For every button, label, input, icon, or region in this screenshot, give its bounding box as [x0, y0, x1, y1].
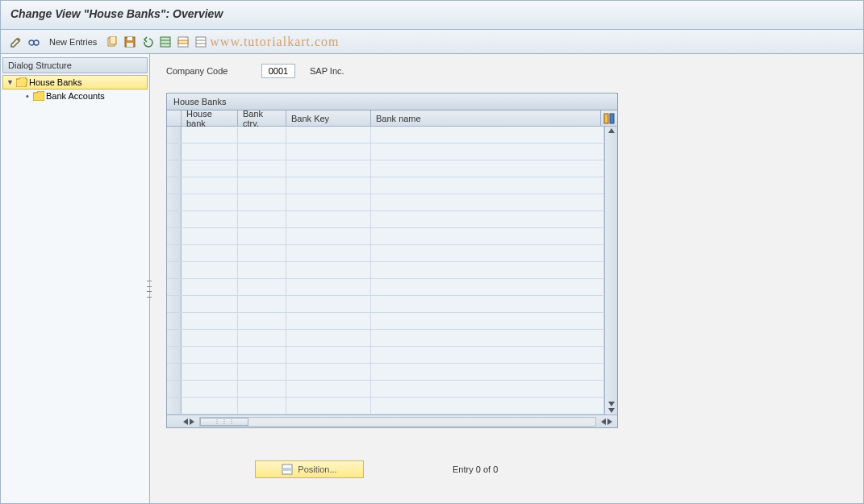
vertical-scrollbar[interactable] — [604, 127, 617, 414]
row-selector[interactable] — [167, 381, 182, 397]
table-row[interactable] — [167, 127, 604, 144]
row-selector[interactable] — [167, 347, 182, 363]
table-row[interactable] — [167, 364, 604, 381]
deselect-all-icon[interactable] — [194, 35, 208, 49]
tree-label: House Banks — [29, 77, 81, 87]
table-row[interactable] — [167, 144, 604, 160]
row-selector[interactable] — [167, 364, 182, 380]
row-selector[interactable] — [167, 177, 182, 194]
table-row[interactable] — [167, 347, 604, 364]
scroll-right-step-icon[interactable] — [190, 419, 194, 425]
table-config-button[interactable] — [601, 110, 617, 126]
row-selector[interactable] — [167, 262, 182, 278]
row-selector[interactable] — [167, 194, 182, 210]
save-icon[interactable] — [123, 35, 137, 49]
row-selector[interactable] — [167, 211, 182, 227]
table-row[interactable] — [167, 160, 604, 177]
select-block-icon[interactable] — [176, 35, 190, 49]
position-icon — [282, 464, 293, 475]
column-header-bank-name[interactable]: Bank name — [371, 110, 601, 126]
table-title: House Banks — [167, 94, 617, 110]
title-bar: Change View "House Banks": Overview — [1, 1, 863, 30]
column-header-selector[interactable] — [167, 110, 182, 126]
table-row[interactable] — [167, 262, 604, 279]
folder-open-icon — [16, 77, 27, 87]
svg-rect-8 — [161, 37, 170, 47]
sidebar-header: Dialog Structure — [2, 57, 148, 73]
svg-rect-17 — [610, 114, 614, 123]
row-selector[interactable] — [167, 330, 182, 346]
svg-point-1 — [34, 40, 39, 45]
undo-icon[interactable] — [140, 35, 155, 49]
splitter-handle[interactable] — [147, 279, 152, 300]
table-row[interactable] — [167, 398, 604, 414]
position-button[interactable]: Position... — [255, 460, 364, 478]
svg-rect-6 — [127, 37, 132, 40]
horizontal-scrollbar[interactable]: ⋮⋮⋮ — [167, 414, 617, 427]
table-row[interactable] — [167, 313, 604, 330]
row-selector[interactable] — [167, 144, 182, 160]
company-code-input[interactable] — [261, 64, 295, 78]
sidebar: Dialog Structure ▼ House Banks • Bank Ac… — [1, 54, 150, 503]
row-selector[interactable] — [167, 127, 182, 143]
row-selector[interactable] — [167, 313, 182, 329]
house-banks-table: House Banks House bank Bank ctry. Bank K… — [166, 93, 618, 428]
position-button-label: Position... — [298, 464, 336, 474]
tree-expand-icon[interactable]: ▼ — [6, 78, 15, 86]
select-all-icon[interactable] — [158, 35, 173, 49]
row-selector[interactable] — [167, 398, 182, 414]
table-row[interactable] — [167, 381, 604, 398]
main-area: Dialog Structure ▼ House Banks • Bank Ac… — [1, 54, 863, 503]
svg-rect-16 — [604, 114, 608, 123]
page-title: Change View "House Banks": Overview — [10, 7, 854, 20]
scroll-up-icon[interactable] — [608, 128, 615, 133]
table-row[interactable] — [167, 279, 604, 296]
svg-point-0 — [29, 40, 34, 45]
watermark-text: www.tutorialkart.com — [210, 35, 339, 49]
scroll-left-icon[interactable] — [183, 419, 188, 425]
table-row[interactable] — [167, 245, 604, 262]
svg-rect-12 — [178, 40, 188, 44]
row-selector[interactable] — [167, 160, 182, 177]
company-code-label: Company Code — [166, 66, 247, 76]
scroll-down-icon[interactable] — [608, 402, 615, 406]
dialog-structure-tree: ▼ House Banks • Bank Accounts — [2, 73, 148, 104]
row-selector[interactable] — [167, 279, 182, 295]
table-row[interactable] — [167, 228, 604, 245]
new-entries-button[interactable]: New Entries — [44, 35, 102, 48]
scroll-right-icon[interactable] — [607, 419, 612, 425]
company-code-description: SAP Inc. — [310, 66, 344, 76]
column-header-house-bank[interactable]: House bank — [182, 110, 238, 126]
table-row[interactable] — [167, 211, 604, 228]
copy-icon[interactable] — [105, 35, 119, 49]
change-icon[interactable] — [9, 35, 23, 49]
table-body — [167, 127, 617, 414]
scroll-page-down-icon[interactable] — [608, 408, 615, 413]
svg-rect-4 — [110, 36, 116, 44]
entry-status: Entry 0 of 0 — [453, 464, 498, 474]
toolbar: New Entries www.tutorialkart.com — [1, 30, 863, 54]
tree-node-house-banks[interactable]: ▼ House Banks — [2, 75, 148, 90]
folder-closed-icon — [33, 91, 44, 101]
company-code-row: Company Code SAP Inc. — [166, 64, 847, 78]
svg-rect-13 — [196, 37, 206, 47]
column-header-bank-key[interactable]: Bank Key — [286, 110, 371, 126]
glasses-icon[interactable] — [27, 35, 41, 49]
table-row[interactable] — [167, 330, 604, 347]
table-rows — [167, 127, 604, 414]
scroll-left-step-icon[interactable] — [601, 419, 606, 425]
row-selector[interactable] — [167, 228, 182, 244]
table-row[interactable] — [167, 177, 604, 194]
scroll-thumb[interactable]: ⋮⋮⋮ — [200, 418, 248, 426]
tree-node-bank-accounts[interactable]: • Bank Accounts — [2, 90, 148, 102]
svg-rect-7 — [127, 43, 133, 47]
table-header-row: House bank Bank ctry. Bank Key Bank name — [167, 110, 617, 127]
table-row[interactable] — [167, 194, 604, 211]
row-selector[interactable] — [167, 245, 182, 261]
bottom-row: Position... Entry 0 of 0 — [166, 460, 847, 478]
scroll-track[interactable]: ⋮⋮⋮ — [199, 417, 596, 427]
table-row[interactable] — [167, 296, 604, 313]
column-header-bank-ctry[interactable]: Bank ctry. — [238, 110, 286, 126]
svg-rect-19 — [282, 468, 292, 471]
row-selector[interactable] — [167, 296, 182, 312]
